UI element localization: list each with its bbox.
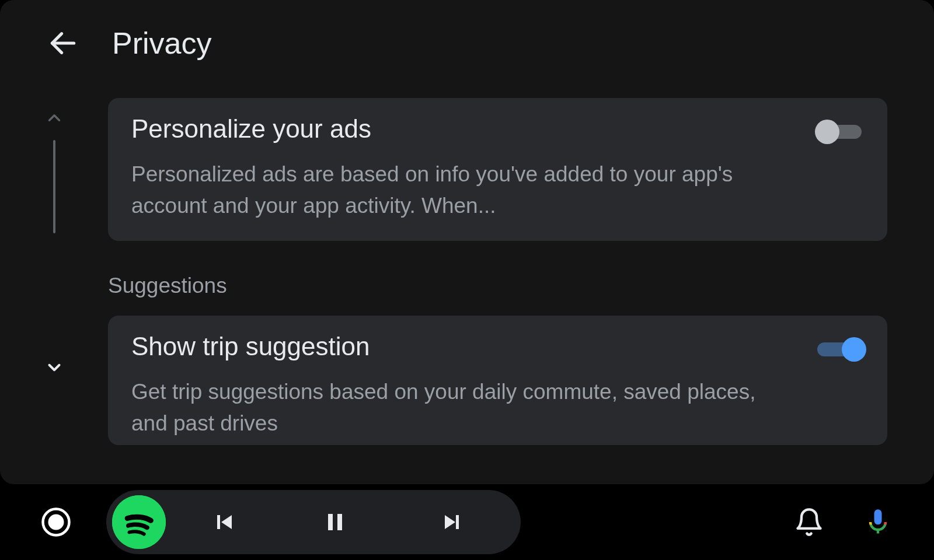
setting-description: Get trip suggestions based on your daily… — [131, 376, 794, 439]
arrow-left-icon — [47, 27, 79, 60]
svg-point-2 — [48, 514, 64, 530]
pause-icon — [321, 508, 349, 536]
back-button[interactable] — [47, 27, 79, 60]
toggle-trip-suggestion[interactable] — [817, 338, 864, 361]
bell-icon — [794, 507, 824, 537]
notifications-button[interactable] — [790, 503, 828, 541]
next-track-button[interactable] — [393, 495, 510, 549]
setting-trip-suggestion[interactable]: Show trip suggestion Get trip suggestion… — [108, 316, 887, 444]
media-controls — [106, 490, 521, 554]
scroll-up-button[interactable] — [43, 106, 66, 130]
previous-track-button[interactable] — [172, 495, 277, 549]
voice-assistant-button[interactable] — [859, 503, 897, 541]
spotify-icon — [112, 495, 166, 549]
mic-icon — [863, 507, 893, 537]
circle-icon — [40, 506, 72, 538]
scroll-down-button[interactable] — [43, 356, 66, 379]
scroll-rail — [0, 98, 108, 484]
svg-rect-4 — [328, 514, 333, 530]
setting-personalize-ads[interactable]: Personalize your ads Personalized ads ar… — [108, 98, 887, 241]
skip-next-icon — [438, 508, 466, 536]
page-title: Privacy — [112, 26, 211, 61]
setting-description: Personalized ads are based on info you'v… — [131, 159, 794, 221]
play-pause-button[interactable] — [283, 495, 388, 549]
bottom-nav — [0, 484, 934, 560]
toggle-personalize-ads[interactable] — [817, 120, 864, 144]
chevron-up-icon — [44, 108, 64, 128]
section-header-suggestions: Suggestions — [108, 274, 887, 298]
header: Privacy — [0, 18, 934, 69]
setting-title: Personalize your ads — [131, 114, 794, 144]
svg-point-3 — [112, 495, 166, 549]
svg-rect-5 — [337, 514, 342, 530]
setting-title: Show trip suggestion — [131, 332, 794, 361]
skip-previous-icon — [210, 508, 238, 536]
media-app-button[interactable] — [112, 495, 166, 549]
scroll-position-indicator — [53, 140, 55, 233]
launcher-button[interactable] — [37, 503, 75, 541]
chevron-down-icon — [44, 358, 64, 377]
